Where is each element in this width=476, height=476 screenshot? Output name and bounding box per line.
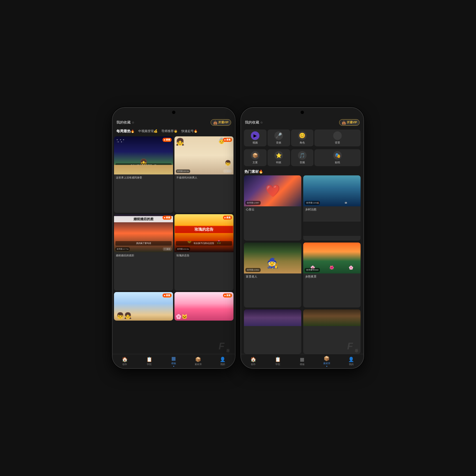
- cat-item-video[interactable]: ▶ 视频: [244, 130, 267, 146]
- nav-item-template-right[interactable]: ▦ 模板: [290, 357, 315, 366]
- usage-bar-4: 使用量103.9w: [176, 247, 232, 251]
- cat-icon-background: [333, 131, 342, 140]
- material-card-mountain[interactable]: ⛵🏔 使用量11015 乡村治愈: [303, 175, 360, 241]
- usage-bar-3: 使用量117.7w ✏ 修改: [116, 247, 171, 251]
- material-card-elder[interactable]: 🧙 使用量10362 富贵老人: [244, 242, 301, 308]
- vip-icon-right: 👜: [342, 121, 346, 124]
- video-thumb-road: 婚前婚后的差 爆量 真的疯了那句话 使用量117.7w ✏ 修改: [114, 214, 173, 252]
- cat-item-effects[interactable]: ⭐ 特效: [268, 149, 290, 166]
- rose-title-overlay: 玫瑰的忠告: [174, 226, 234, 234]
- cat-icon-effects: ⭐: [274, 151, 283, 160]
- mat-usage-cloud: 使用量12387: [245, 201, 261, 205]
- cat-icon-character: 😊: [298, 131, 306, 140]
- vip-icon-left: 👜: [213, 121, 217, 124]
- cat-label-background: 背景: [335, 141, 340, 144]
- bottom-nav-left: 🏠 创作 📋 学院 ▦ 模板 📦 素材库 👤: [113, 354, 235, 368]
- nav-item-create-left[interactable]: 🏠 创作: [113, 357, 137, 366]
- mat-title-cloud: 心形云: [244, 206, 301, 213]
- boom-badge-3: 爆量: [163, 216, 171, 220]
- edit-btn-1[interactable]: ✏ 修改: [163, 170, 171, 173]
- video-overlay-1: 每个人能承受的量是不一样: [116, 163, 171, 168]
- cartoon-character-beach: 👧: [139, 158, 148, 166]
- video-title-3: 婚前婚后的差距: [114, 252, 173, 259]
- mat-title-mountain: 乡村治愈: [303, 206, 360, 213]
- cat-item-sticker[interactable]: 🎭 贴纸: [314, 149, 360, 166]
- video-title-2: 不值得托付的男人: [174, 174, 234, 181]
- nav-item-mine-right[interactable]: 👤 我的: [339, 357, 363, 366]
- tab-quick-start[interactable]: 快速起号🔥: [181, 129, 198, 134]
- boom-badge-5: 爆量: [163, 293, 171, 298]
- stars-decoration: ✦ · ✦ · ✦· ✦ · ✦ ·: [116, 139, 124, 143]
- tab-mentor-recommend[interactable]: 导师推荐👨: [161, 129, 178, 134]
- video-card-room[interactable]: 👧 👵 👦 🐰 爆量 使用量189.9w ✏ 修改 不值得托付的男人: [174, 136, 234, 213]
- cartoon-character-room3: 👦: [225, 160, 231, 166]
- cat-label-audio: 音频: [300, 161, 305, 164]
- material-card-cloud[interactable]: ❤️ 使用量12387 心形云: [244, 175, 301, 241]
- nav-item-template-left[interactable]: ▦ 模板: [162, 356, 186, 367]
- material-thumb-bottom1: [244, 309, 301, 326]
- boom-badge-4: 爆量: [223, 216, 232, 220]
- vip-button-left[interactable]: 👜 开通VIP: [211, 119, 231, 126]
- tabs-row: 每周最热🔥 中视频变现💰 导师推荐👨 快速起号🔥: [113, 128, 235, 135]
- boom-badge-1: 爆量: [163, 138, 171, 142]
- nav-icon-mine-right: 👤: [348, 357, 354, 362]
- cat-item-background[interactable]: 背景: [314, 130, 360, 146]
- elder-figure: 🧙: [267, 257, 279, 269]
- vip-button-right[interactable]: 👜 开通VIP: [339, 119, 360, 126]
- material-card-bottom2[interactable]: [303, 309, 360, 354]
- page-title-right: 我的收藏 ☆: [245, 120, 263, 125]
- nav-label-create-right: 创作: [251, 363, 255, 366]
- cat-item-character[interactable]: 😊 角色: [291, 130, 314, 146]
- kids-chars: 👦👧: [116, 312, 132, 319]
- video-thumb-roses: 玫瑰的忠告 🤝💑 爆量 给女孩子们的5点忠告 使用量103.9w: [174, 214, 234, 252]
- nav-item-mine-left[interactable]: 👤 我的: [210, 357, 235, 366]
- cat-icon-sfx: 🎤: [274, 131, 283, 140]
- material-thumb-bottom2: [303, 309, 360, 326]
- cartoon-character-room: 👧: [176, 137, 185, 146]
- video-thumb-beach: ✦ · ✦ · ✦· ✦ · ✦ · 👧 爆量 每个人能承受的量是不一样 使用量…: [114, 136, 173, 174]
- video-card-kids[interactable]: 👦👧 爆量: [114, 292, 173, 321]
- video-card-road[interactable]: 婚前婚后的差 爆量 真的疯了那句话 使用量117.7w ✏ 修改 婚前婚后的差距: [114, 214, 173, 290]
- video-thumb-room: 👧 👵 👦 🐰 爆量 使用量189.9w ✏ 修改: [174, 136, 234, 174]
- nav-dot-left: [173, 366, 174, 367]
- cat-label-sticker: 贴纸: [335, 161, 340, 164]
- nav-item-library-right[interactable]: 📦 素材库: [314, 356, 339, 367]
- nav-item-academy-left[interactable]: 📋 学院: [137, 357, 162, 366]
- nav-label-mine-left: 我的: [221, 363, 225, 366]
- material-grid: ❤️ 使用量12387 心形云 ⛵🏔 使用量11015 乡村治愈: [241, 175, 363, 354]
- video-card-flowers[interactable]: 🌸🐱 爆量: [174, 292, 234, 321]
- edit-btn-2[interactable]: ✏ 修改: [223, 170, 232, 173]
- nav-dot-right: [326, 366, 327, 367]
- hot-section-title: 热门素材🔥: [241, 168, 363, 175]
- material-card-sunset[interactable]: 🌸🌺🌸 使用量10340 乡愁夜景: [303, 242, 360, 308]
- material-card-bottom1[interactable]: [244, 309, 301, 354]
- nav-icon-library-right: 📦: [324, 356, 330, 361]
- tab-weekly-hot[interactable]: 每周最热🔥: [116, 129, 135, 134]
- nav-item-library-left[interactable]: 📦 素材库: [186, 357, 210, 366]
- cloud-heart-icon: ❤️: [265, 184, 280, 198]
- mat-usage-elder: 使用量10362: [245, 268, 261, 272]
- tab-video-monetize[interactable]: 中视频变现💰: [138, 129, 157, 134]
- nav-label-template-left: 模板: [171, 362, 176, 365]
- cat-label-copywriting: 文案: [253, 161, 258, 164]
- nav-icon-academy-left: 📋: [146, 357, 152, 362]
- cat-item-copywriting[interactable]: 📦 文案: [244, 149, 267, 166]
- usage-bar-1: 使用量123.8w ✏ 修改: [116, 170, 171, 173]
- material-thumb-sunset: 🌸🌺🌸 使用量10340: [303, 242, 360, 273]
- mat-title-sunset: 乡愁夜景: [303, 273, 360, 280]
- page-title-left: 我的收藏 ☆: [116, 120, 135, 125]
- usage-count-4: 使用量103.9w: [176, 247, 190, 251]
- mat-usage-sunset: 使用量10340: [305, 268, 320, 272]
- nav-item-academy-right[interactable]: 📋 学院: [266, 357, 290, 366]
- video-card-beach[interactable]: ✦ · ✦ · ✦· ✦ · ✦ · 👧 爆量 每个人能承受的量是不一样 使用量…: [114, 136, 173, 213]
- cat-item-sfx[interactable]: 🎤 音效: [268, 130, 290, 146]
- content-left: ✦ · ✦ · ✦· ✦ · ✦ · 👧 爆量 每个人能承受的量是不一样 使用量…: [113, 135, 235, 354]
- video-card-roses[interactable]: 玫瑰的忠告 🤝💑 爆量 给女孩子们的5点忠告 使用量103.9w 玫瑰的忠告: [174, 214, 234, 290]
- material-thumb-cloud: ❤️ 使用量12387: [244, 175, 301, 206]
- cat-label-character: 角色: [300, 141, 305, 144]
- edit-btn-3[interactable]: ✏ 修改: [163, 247, 171, 251]
- cat-icon-video: ▶: [251, 131, 259, 140]
- nav-item-create-right[interactable]: 🏠 创作: [241, 357, 266, 366]
- cat-item-audio[interactable]: 🎵 音频: [291, 149, 314, 166]
- video-overlay-4: 给女孩子们的5点忠告: [176, 241, 232, 246]
